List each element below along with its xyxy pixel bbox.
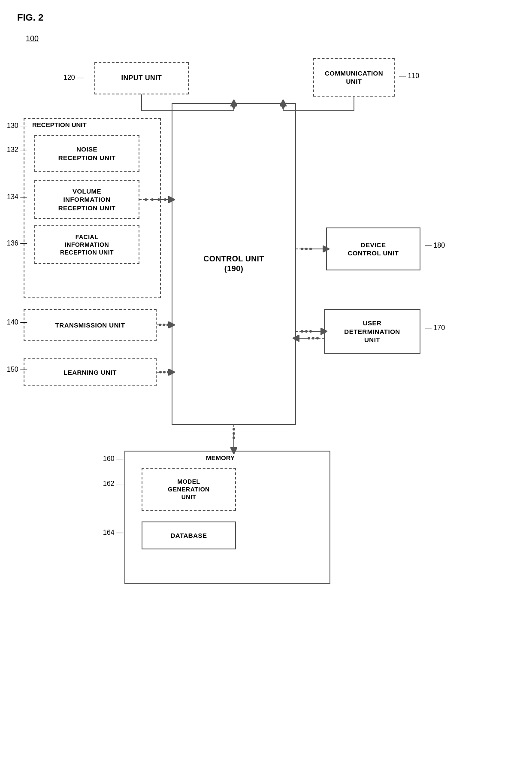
svg-point-28 [301, 248, 303, 250]
reception-unit-label: RECEPTION UNIT [32, 121, 87, 128]
ref-device-control-unit: — 180 [425, 242, 445, 249]
svg-point-35 [309, 330, 312, 333]
ref-memory: 160 — [103, 455, 123, 463]
input-unit-box: INPUT UNIT [94, 62, 189, 94]
ref-communication-unit: — 110 [399, 72, 419, 80]
svg-point-19 [163, 324, 165, 326]
facial-reception-unit-box: FACIAL INFORMATION RECEPTION UNIT [34, 225, 139, 264]
control-unit-box: CONTROL UNIT (190) [172, 103, 296, 425]
svg-point-25 [167, 371, 169, 373]
svg-point-15 [164, 198, 166, 201]
communication-unit-box: COMMUNICATION UNIT [313, 58, 395, 97]
svg-point-23 [159, 371, 162, 373]
model-generation-unit-box: MODEL GENERATION UNIT [142, 468, 236, 511]
database-box: DATABASE [142, 521, 236, 549]
svg-point-44 [233, 432, 235, 435]
learning-unit-box: LEARNING UNIT [24, 358, 157, 386]
figure-label: FIG. 2 [17, 12, 43, 23]
svg-point-33 [301, 330, 303, 333]
ref-database: 164 — [103, 529, 123, 537]
svg-point-30 [309, 248, 312, 250]
page-container: FIG. 2 100 INPUT UNIT 120 — COMMUNICATIO… [0, 0, 532, 767]
user-determination-unit-box: USER DETERMINATION UNIT [324, 309, 420, 354]
memory-label: MEMORY [206, 454, 235, 461]
volume-reception-unit-box: VOLUME INFORMATION RECEPTION UNIT [34, 180, 139, 219]
svg-point-45 [233, 437, 235, 439]
svg-point-20 [166, 324, 169, 326]
ref-input-unit: 120 — [63, 74, 84, 82]
device-control-unit-box: DEVICE CONTROL UNIT [326, 227, 420, 270]
ref-facial-reception-unit: 136 — [7, 239, 27, 247]
svg-point-38 [316, 337, 319, 340]
svg-point-18 [159, 324, 161, 326]
ref-100: 100 [26, 34, 39, 43]
transmission-unit-box: TRANSMISSION UNIT [24, 309, 157, 341]
svg-point-34 [305, 330, 308, 333]
svg-point-24 [163, 371, 166, 373]
ref-learning-unit: 150 — [7, 366, 27, 373]
noise-reception-unit-box: NOISE RECEPTION UNIT [34, 135, 139, 172]
ref-volume-reception-unit: 134 — [7, 193, 27, 201]
ref-noise-reception-unit: 132 — [7, 146, 27, 154]
svg-point-29 [305, 248, 308, 250]
ref-transmission-unit: 140 — [7, 318, 27, 326]
svg-point-43 [233, 428, 235, 430]
ref-reception-unit: 130 — [7, 122, 27, 130]
svg-point-39 [312, 337, 314, 340]
ref-user-determination-unit: — 170 [425, 324, 445, 332]
ref-model-generation-unit: 162 — [103, 480, 123, 488]
svg-point-40 [308, 337, 310, 340]
